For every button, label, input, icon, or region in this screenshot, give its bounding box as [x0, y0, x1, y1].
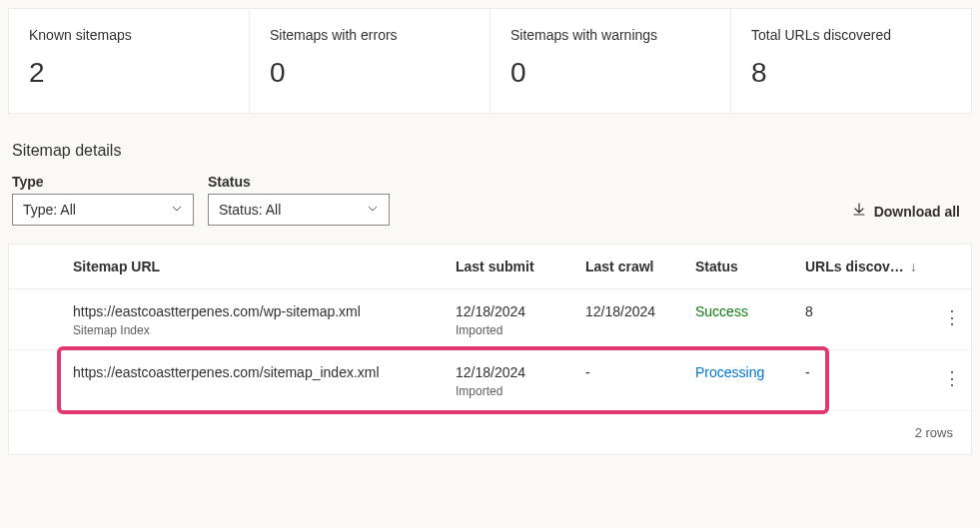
download-icon	[852, 203, 866, 220]
status-value: Success	[691, 303, 801, 319]
col-sitemap-url[interactable]: Sitemap URL	[69, 259, 452, 274]
row-more-button[interactable]: ⋮	[931, 364, 971, 392]
stat-card-total-urls: Total URLs discovered 8	[731, 9, 971, 113]
stat-value: 2	[29, 57, 229, 89]
status-dropdown[interactable]: Status: All	[208, 194, 390, 226]
col-status[interactable]: Status	[691, 259, 801, 274]
stat-value: 8	[751, 57, 951, 89]
stat-value: 0	[270, 57, 470, 89]
status-dropdown-value: Status: All	[219, 202, 281, 218]
stat-value: 0	[510, 57, 710, 89]
more-vertical-icon: ⋮	[943, 306, 960, 328]
row-more-button[interactable]: ⋮	[931, 303, 971, 331]
chevron-down-icon	[367, 202, 379, 218]
filter-status-label: Status	[208, 174, 390, 190]
col-urls-label: URLs discov…	[805, 259, 904, 274]
table-row[interactable]: https://eastcoastterpenes.com/wp-sitemap…	[9, 289, 971, 350]
sort-arrow-down-icon: ↓	[910, 259, 917, 274]
table-row[interactable]: https://eastcoastterpenes.com/sitemap_in…	[9, 350, 971, 411]
sitemap-type: Sitemap Index	[73, 323, 448, 337]
urls-discovered-value: -	[801, 364, 931, 380]
urls-discovered-value: 8	[801, 303, 931, 319]
filter-status: Status Status: All	[208, 174, 390, 226]
sitemap-url: https://eastcoastterpenes.com/wp-sitemap…	[73, 303, 448, 319]
last-crawl-date: -	[581, 364, 691, 380]
submit-source: Imported	[456, 384, 577, 398]
table-footer: 2 rows	[9, 411, 971, 454]
type-dropdown[interactable]: Type: All	[12, 194, 194, 226]
stat-label: Sitemaps with warnings	[510, 27, 710, 43]
stat-label: Sitemaps with errors	[270, 27, 470, 43]
status-value: Processing	[691, 364, 801, 380]
stat-card-sitemaps-warnings: Sitemaps with warnings 0	[490, 9, 731, 113]
last-submit-date: 12/18/2024	[456, 364, 577, 380]
col-last-submit[interactable]: Last submit	[452, 259, 581, 274]
sitemap-table: Sitemap URL Last submit Last crawl Statu…	[8, 244, 972, 455]
table-header: Sitemap URL Last submit Last crawl Statu…	[9, 245, 971, 289]
sitemap-url: https://eastcoastterpenes.com/sitemap_in…	[73, 364, 448, 380]
chevron-down-icon	[171, 202, 183, 218]
stat-label: Known sitemaps	[29, 27, 229, 43]
submit-source: Imported	[456, 323, 577, 337]
stats-row: Known sitemaps 2 Sitemaps with errors 0 …	[8, 8, 972, 114]
stat-card-known-sitemaps: Known sitemaps 2	[9, 9, 250, 113]
filters-row: Type Type: All Status Status: All Downlo…	[12, 174, 972, 226]
section-title: Sitemap details	[12, 142, 972, 160]
download-all-label: Download all	[874, 204, 960, 220]
filter-type-label: Type	[12, 174, 194, 190]
type-dropdown-value: Type: All	[23, 202, 76, 218]
filter-type: Type Type: All	[12, 174, 194, 226]
stat-card-sitemaps-errors: Sitemaps with errors 0	[250, 9, 490, 113]
download-all-button[interactable]: Download all	[844, 197, 968, 226]
col-urls-discovered[interactable]: URLs discov… ↓	[801, 259, 931, 274]
stat-label: Total URLs discovered	[751, 27, 951, 43]
last-crawl-date: 12/18/2024	[581, 303, 691, 319]
more-vertical-icon: ⋮	[943, 367, 960, 389]
col-last-crawl[interactable]: Last crawl	[581, 259, 691, 274]
last-submit-date: 12/18/2024	[456, 303, 577, 319]
